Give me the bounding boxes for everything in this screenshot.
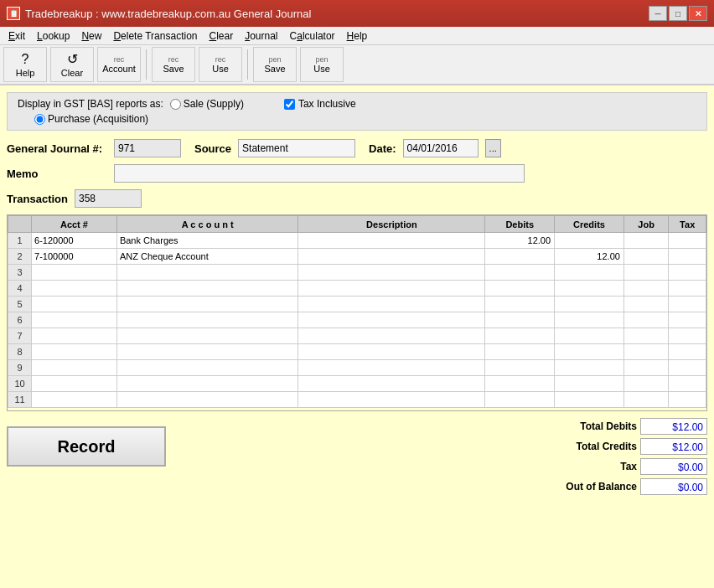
row-job-2[interactable] bbox=[623, 249, 668, 265]
row-tax-6[interactable] bbox=[669, 312, 706, 328]
menu-lookup[interactable]: Lookup bbox=[32, 28, 75, 44]
pen-save-button[interactable]: pen Save bbox=[253, 47, 297, 82]
journal-number-input[interactable] bbox=[114, 139, 181, 157]
row-tax-5[interactable] bbox=[669, 297, 706, 312]
row-credits-2[interactable]: 12.00 bbox=[555, 249, 624, 265]
row-credits-6[interactable] bbox=[555, 312, 624, 328]
row-job-10[interactable] bbox=[623, 376, 668, 392]
row-acct-5[interactable] bbox=[32, 297, 117, 312]
maximize-button[interactable]: □ bbox=[669, 6, 687, 21]
row-account-5[interactable] bbox=[116, 297, 298, 312]
row-tax-2[interactable] bbox=[669, 249, 706, 265]
row-tax-10[interactable] bbox=[669, 376, 706, 392]
account-button[interactable]: rec Account bbox=[97, 47, 141, 82]
row-credits-5[interactable] bbox=[555, 297, 624, 312]
row-acct-4[interactable] bbox=[32, 281, 117, 297]
row-account-1[interactable]: Bank Charges bbox=[116, 233, 298, 249]
row-account-4[interactable] bbox=[116, 281, 298, 297]
row-tax-1[interactable] bbox=[669, 233, 706, 249]
tax-inclusive-checkbox[interactable] bbox=[284, 99, 295, 110]
record-button[interactable]: Record bbox=[7, 426, 166, 467]
menu-clear[interactable]: Clear bbox=[204, 28, 238, 44]
row-job-3[interactable] bbox=[623, 265, 668, 281]
row-acct-11[interactable] bbox=[32, 392, 117, 408]
row-job-9[interactable] bbox=[623, 360, 668, 376]
row-desc-11[interactable] bbox=[298, 392, 485, 408]
row-credits-11[interactable] bbox=[555, 392, 624, 408]
row-account-8[interactable] bbox=[116, 344, 298, 360]
row-desc-1[interactable] bbox=[298, 233, 485, 249]
row-debits-5[interactable] bbox=[485, 297, 555, 312]
row-job-4[interactable] bbox=[623, 281, 668, 297]
radio-purchase-input[interactable] bbox=[34, 114, 45, 125]
row-acct-6[interactable] bbox=[32, 312, 117, 328]
row-acct-9[interactable] bbox=[32, 360, 117, 376]
row-debits-6[interactable] bbox=[485, 312, 555, 328]
row-desc-10[interactable] bbox=[298, 376, 485, 392]
menu-help[interactable]: Help bbox=[342, 28, 373, 44]
menu-delete-transaction[interactable]: Delete Transaction bbox=[108, 28, 202, 44]
row-debits-4[interactable] bbox=[485, 281, 555, 297]
row-job-5[interactable] bbox=[623, 297, 668, 312]
row-credits-10[interactable] bbox=[555, 376, 624, 392]
row-account-2[interactable]: ANZ Cheque Account bbox=[116, 249, 298, 265]
row-job-1[interactable] bbox=[623, 233, 668, 249]
row-tax-3[interactable] bbox=[669, 265, 706, 281]
row-credits-3[interactable] bbox=[555, 265, 624, 281]
row-desc-5[interactable] bbox=[298, 297, 485, 312]
menu-calculator[interactable]: Calculator bbox=[285, 28, 340, 44]
row-desc-3[interactable] bbox=[298, 265, 485, 281]
close-button[interactable]: ✕ bbox=[689, 6, 707, 21]
row-desc-2[interactable] bbox=[298, 249, 485, 265]
memo-input[interactable] bbox=[114, 164, 525, 183]
row-desc-8[interactable] bbox=[298, 344, 485, 360]
row-account-9[interactable] bbox=[116, 360, 298, 376]
row-debits-10[interactable] bbox=[485, 376, 555, 392]
row-debits-2[interactable] bbox=[485, 249, 555, 265]
rec-use-button[interactable]: rec Use bbox=[199, 47, 242, 82]
row-acct-1[interactable]: 6-120000 bbox=[32, 233, 117, 249]
menu-new[interactable]: New bbox=[76, 28, 106, 44]
radio-sale-input[interactable] bbox=[170, 99, 181, 110]
row-account-7[interactable] bbox=[116, 328, 298, 344]
row-debits-1[interactable]: 12.00 bbox=[485, 233, 555, 249]
date-picker-button[interactable]: ... bbox=[485, 139, 501, 157]
rec-save-button[interactable]: rec Save bbox=[152, 47, 195, 82]
radio-purchase[interactable]: Purchase (Acquisition) bbox=[34, 113, 148, 125]
row-account-3[interactable] bbox=[116, 265, 298, 281]
row-job-8[interactable] bbox=[623, 344, 668, 360]
row-account-6[interactable] bbox=[116, 312, 298, 328]
row-job-11[interactable] bbox=[623, 392, 668, 408]
menu-journal[interactable]: Journal bbox=[240, 28, 282, 44]
row-acct-2[interactable]: 7-100000 bbox=[32, 249, 117, 265]
row-tax-8[interactable] bbox=[669, 344, 706, 360]
row-acct-3[interactable] bbox=[32, 265, 117, 281]
row-desc-7[interactable] bbox=[298, 328, 485, 344]
row-acct-7[interactable] bbox=[32, 328, 117, 344]
row-credits-7[interactable] bbox=[555, 328, 624, 344]
row-debits-11[interactable] bbox=[485, 392, 555, 408]
pen-use-button[interactable]: pen Use bbox=[300, 47, 344, 82]
row-acct-8[interactable] bbox=[32, 344, 117, 360]
row-tax-7[interactable] bbox=[669, 328, 706, 344]
row-tax-4[interactable] bbox=[669, 281, 706, 297]
menu-exit[interactable]: Exit bbox=[3, 28, 30, 44]
row-acct-10[interactable] bbox=[32, 376, 117, 392]
row-credits-8[interactable] bbox=[555, 344, 624, 360]
row-desc-9[interactable] bbox=[298, 360, 485, 376]
row-tax-9[interactable] bbox=[669, 360, 706, 376]
row-debits-3[interactable] bbox=[485, 265, 555, 281]
row-debits-9[interactable] bbox=[485, 360, 555, 376]
row-credits-1[interactable] bbox=[555, 233, 624, 249]
transaction-input[interactable] bbox=[75, 189, 142, 208]
row-tax-11[interactable] bbox=[669, 392, 706, 408]
row-credits-4[interactable] bbox=[555, 281, 624, 297]
date-input[interactable] bbox=[403, 139, 479, 157]
row-account-10[interactable] bbox=[116, 376, 298, 392]
row-debits-8[interactable] bbox=[485, 344, 555, 360]
minimize-button[interactable]: ─ bbox=[649, 6, 667, 21]
row-desc-6[interactable] bbox=[298, 312, 485, 328]
row-account-11[interactable] bbox=[116, 392, 298, 408]
radio-sale[interactable]: Sale (Supply) bbox=[170, 98, 244, 110]
source-input[interactable] bbox=[238, 139, 355, 157]
